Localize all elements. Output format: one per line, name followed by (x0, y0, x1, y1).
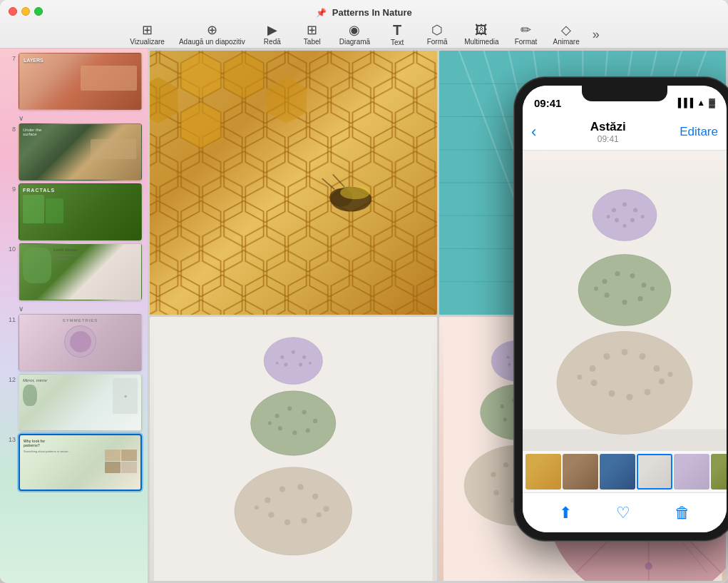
thumbnail-item[interactable] (526, 454, 561, 490)
svg-point-120 (638, 296, 643, 301)
toolbar-animare[interactable]: ◇ Animare (548, 21, 585, 48)
minimize-button[interactable] (21, 7, 30, 16)
svg-point-11 (340, 186, 370, 200)
svg-point-134 (659, 379, 665, 385)
slide-divider: ∨ (6, 113, 142, 123)
svg-point-63 (317, 512, 322, 517)
svg-point-118 (605, 293, 610, 298)
svg-point-57 (297, 484, 303, 490)
text-icon: T (393, 23, 401, 37)
svg-point-83 (508, 363, 511, 366)
photos-main-image (523, 151, 727, 451)
slide-thumbnail-9[interactable]: FRACTALS (19, 183, 142, 240)
phone-status-icons: ▐▐▐ ▲ ▓ (675, 98, 715, 108)
toolbar-diagrama[interactable]: ◉ Diagramă (334, 21, 376, 48)
slide-thumbnail-13[interactable]: Why look for patterns? Something about p… (19, 434, 142, 491)
phone-time: 09:41 (534, 97, 561, 109)
svg-point-61 (284, 519, 290, 525)
svg-point-39 (284, 363, 287, 366)
svg-point-47 (302, 410, 307, 415)
fullscreen-button[interactable] (34, 7, 43, 16)
svg-point-34 (264, 338, 322, 385)
svg-point-98 (493, 490, 498, 495)
photos-title-area: Astăzi 09:41 (590, 120, 626, 144)
svg-point-125 (590, 365, 596, 372)
svg-point-59 (323, 506, 329, 512)
traffic-lights (9, 7, 43, 16)
svg-point-132 (627, 394, 633, 400)
list-item: 10 Look closer Patterns around useverywh… (6, 243, 142, 300)
thumbnail-item[interactable] (674, 454, 709, 490)
slide-thumbnail-10[interactable]: Look closer Patterns around useverywhere… (19, 243, 142, 300)
close-button[interactable] (9, 7, 17, 16)
list-item: 13 Why look for patterns? Something abou… (6, 434, 142, 491)
svg-point-114 (603, 279, 607, 284)
slide-thumbnail-12[interactable]: Mirror, mirror ⊕ (19, 374, 142, 431)
svg-point-41 (276, 362, 279, 365)
svg-point-129 (654, 365, 660, 372)
shape-icon: ⬡ (431, 24, 443, 36)
favorite-button[interactable]: ♡ (616, 504, 630, 522)
share-button[interactable]: ⬆ (559, 504, 572, 522)
svg-point-60 (268, 512, 274, 517)
svg-point-117 (642, 283, 647, 288)
toolbar-more-button[interactable]: » (588, 25, 604, 44)
svg-point-36 (280, 355, 284, 359)
slide-panel[interactable]: 7 LAYERS ∨ 8 (0, 49, 148, 583)
toolbar-vizualizare[interactable]: ⊞ Vizualizare (124, 21, 170, 48)
svg-point-52 (268, 421, 272, 425)
chevron-left-icon: ‹ (531, 123, 536, 141)
svg-point-38 (302, 355, 306, 359)
svg-point-128 (640, 353, 646, 360)
slide-thumbnail-7[interactable]: LAYERS (19, 53, 142, 110)
svg-point-108 (630, 218, 635, 223)
window-title: 📌 Patterns In Nature (9, 7, 719, 18)
edit-button[interactable]: Editare (680, 125, 718, 139)
list-item: 9 FRACTALS (6, 183, 142, 240)
svg-point-136 (668, 372, 673, 377)
phone-notch (582, 86, 667, 101)
delete-button[interactable]: 🗑 (675, 504, 690, 522)
svg-point-109 (607, 215, 610, 218)
svg-point-93 (491, 472, 496, 477)
svg-point-111 (623, 224, 627, 228)
svg-point-53 (235, 467, 352, 555)
toolbar-multimedia[interactable]: 🖼 Multimedia (458, 21, 504, 48)
grid-icon: ⊞ (142, 24, 153, 36)
toolbar-text[interactable]: T Text (379, 21, 416, 49)
toolbar-format[interactable]: ✏ Format (508, 21, 545, 48)
svg-point-104 (612, 208, 616, 213)
toolbar-tabel[interactable]: ⊞ Tabel (294, 21, 331, 48)
svg-point-55 (265, 497, 270, 503)
svg-point-123 (557, 332, 692, 435)
photos-toolbar: ⬆ ♡ 🗑 (523, 492, 727, 532)
toolbar-forma[interactable]: ⬡ Formă (419, 21, 456, 48)
canvas-cell-urchins-left (150, 317, 437, 581)
slide-thumbnail-8[interactable]: Under the surface (19, 123, 142, 181)
slide-thumbnail-11[interactable]: SYMMETRIES (19, 314, 142, 371)
back-button[interactable]: ‹ (531, 123, 536, 141)
thumbnail-item[interactable] (711, 454, 727, 490)
thumbnail-item[interactable] (637, 454, 672, 490)
svg-point-133 (645, 389, 651, 395)
toolbar-adauga[interactable]: ⊕ Adaugă un diapozitiv (173, 21, 251, 48)
wifi-icon: ▲ (697, 98, 705, 108)
thumbnail-item[interactable] (563, 454, 598, 490)
toolbar-reda[interactable]: ▶ Redă (254, 21, 291, 48)
photos-time-subtitle: 09:41 (590, 134, 626, 144)
thumbnail-item[interactable] (600, 454, 635, 490)
svg-point-106 (633, 208, 637, 213)
svg-point-131 (609, 390, 615, 397)
chart-icon: ◉ (349, 24, 360, 36)
svg-point-102 (593, 190, 657, 241)
svg-point-50 (292, 430, 297, 435)
svg-point-49 (278, 426, 282, 430)
title-icon: 📌 (316, 8, 327, 18)
animate-icon: ◇ (561, 24, 571, 36)
photos-date-title: Astăzi (590, 120, 626, 134)
svg-point-94 (503, 462, 508, 467)
svg-point-105 (622, 203, 627, 207)
format-icon: ✏ (521, 24, 531, 36)
keynote-window: 📌 Patterns In Nature ⊞ Vizualizare ⊕ Ada… (0, 0, 728, 583)
svg-point-37 (292, 350, 295, 354)
